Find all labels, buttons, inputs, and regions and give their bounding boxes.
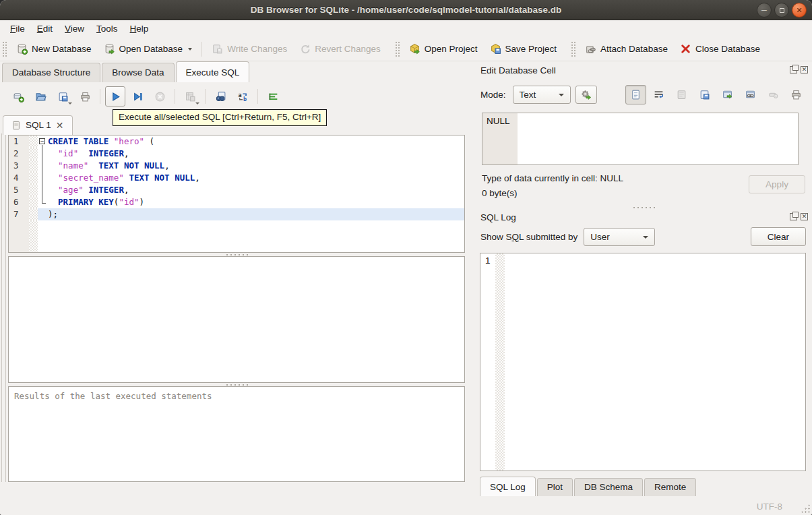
close-panel-icon[interactable]: ✕ [801,66,808,73]
open-sql-file-button[interactable] [30,86,51,107]
sql-code-editor[interactable]: 1−CREATE TABLE "hero" (2 "id" INTEGER,3 … [8,135,465,253]
menu-edit[interactable]: Edit [31,22,59,36]
open-database-dropdown-icon[interactable] [188,48,192,51]
code-line[interactable]: 3 "name" TEXT NOT NULL, [9,160,464,172]
log-fold-margin [495,253,505,471]
new-sql-tab-button[interactable] [8,86,28,107]
code-line[interactable]: 1−CREATE TABLE "hero" ( [9,135,464,148]
tab-execute-sql[interactable]: Execute SQL [176,61,250,82]
sql-log-filter-row: Show SQL submitted by User Clear [480,227,806,246]
code-text: "id" INTEGER, [48,148,464,160]
cell-value-editor[interactable]: NULL [482,113,799,165]
tab-db-schema[interactable]: DB Schema [574,478,643,496]
cell-value: NULL [487,116,510,126]
export-cell-button[interactable] [694,85,715,104]
tab-database-structure[interactable]: Database Structure [2,63,100,82]
word-wrap-button[interactable] [648,85,669,104]
fold-marker[interactable]: − [38,135,48,148]
export-window-icon [722,89,733,100]
replace-button[interactable]: ab [232,86,253,107]
toolbar-handle[interactable] [571,41,577,57]
print-sql-button[interactable] [75,86,95,107]
save-file-dropdown-icon[interactable] [68,102,72,104]
close-button[interactable]: ✕ [792,3,807,18]
fold-margin [29,160,38,172]
close-panel-icon[interactable]: ✕ [801,213,808,220]
copy-link-button[interactable] [740,85,761,104]
maximize-button[interactable] [774,3,789,18]
new-database-button[interactable]: New Database [10,40,98,58]
sql-tab-label: SQL 1 [26,120,51,130]
encoding-indicator[interactable]: UTF-8 [757,502,782,512]
mode-select[interactable]: Text [513,86,571,104]
bottom-dock-tabs: SQL Log Plot DB Schema Remote [480,477,697,496]
tab-remote[interactable]: Remote [644,478,696,496]
clear-log-button[interactable]: Clear [751,227,806,246]
code-line[interactable]: 6 PRIMARY KEY("id") [9,196,464,208]
execute-current-line-button[interactable] [127,86,148,107]
float-panel-icon[interactable] [790,66,797,73]
fold-marker [38,196,48,208]
apply-label: Apply [766,179,788,189]
toolbar-separator [257,89,258,104]
text-document-icon [630,89,642,100]
open-in-external-button[interactable] [717,85,738,104]
line-number: 3 [9,160,29,172]
fold-margin [29,135,38,148]
toolbar-handle[interactable] [395,41,401,57]
toolbar-handle[interactable] [2,41,8,57]
results-message-pane[interactable]: Results of the last executed statements [8,386,465,482]
sql-document-tab-bar: SQL 1 ✕ [3,113,73,135]
replace-icon: ab [237,91,249,102]
menu-help[interactable]: Help [124,22,155,36]
fold-margin [29,208,38,220]
float-panel-icon[interactable] [790,213,797,220]
open-project-button[interactable]: Open Project [403,40,484,58]
dock-splitter-handle[interactable] [475,206,812,210]
auto-mode-button[interactable] [575,86,597,104]
stop-icon [154,91,166,102]
text-mode-button[interactable] [625,85,646,104]
editor-empty-area[interactable] [9,220,464,252]
save-project-button[interactable]: Save Project [484,40,563,58]
sql-log-filter-select[interactable]: User [584,228,655,246]
revert-changes-icon [299,43,311,55]
line-number: 2 [9,148,29,160]
minimize-button[interactable]: ─ [757,3,772,18]
resize-grip[interactable] [801,504,810,513]
close-database-icon [680,43,691,55]
save-sql-file-button[interactable] [53,86,73,107]
new-tab-icon [13,91,24,102]
tab-sql-log[interactable]: SQL Log [480,477,536,496]
format-sql-button[interactable] [263,86,283,107]
execute-sql-button[interactable] [105,86,125,107]
main-toolbar: New Database Open Database Write Changes… [0,37,812,61]
tab-plot[interactable]: Plot [537,478,573,496]
title-bar[interactable]: DB Browser for SQLite - /home/user/code/… [0,0,812,20]
attach-database-button[interactable]: Attach Database [579,40,674,58]
open-database-button[interactable]: Open Database [98,40,199,58]
execute-sql-panel: ab SQL 1 ✕ 1−CREATE TABLE "hero" (2 "id"… [0,82,475,497]
line-number: 6 [9,196,29,208]
execute-play-icon [110,91,121,102]
results-grid[interactable] [8,256,465,383]
menu-tools[interactable]: Tools [90,22,124,36]
save-results-button [180,86,200,107]
set-null-button [763,85,784,104]
code-line[interactable]: 7); [9,208,464,220]
fold-marker [38,172,48,184]
sql-document-tab[interactable]: SQL 1 ✕ [3,115,73,135]
close-database-button[interactable]: Close Database [674,40,766,58]
code-line[interactable]: 5 "age" INTEGER, [9,184,464,196]
code-line[interactable]: 2 "id" INTEGER, [9,148,464,160]
edit-cell-toolbar: Mode: Text [480,84,808,104]
execute-line-icon [132,91,144,102]
menu-file[interactable]: File [4,22,31,36]
print-cell-button[interactable] [786,85,807,104]
find-button[interactable] [210,86,230,107]
sql-log-view[interactable]: 1 [480,253,806,471]
tab-browse-data[interactable]: Browse Data [102,63,174,82]
menu-view[interactable]: View [59,22,90,36]
code-line[interactable]: 4 "secret_name" TEXT NOT NULL, [9,172,464,184]
sql-tab-close-icon[interactable]: ✕ [56,122,64,129]
